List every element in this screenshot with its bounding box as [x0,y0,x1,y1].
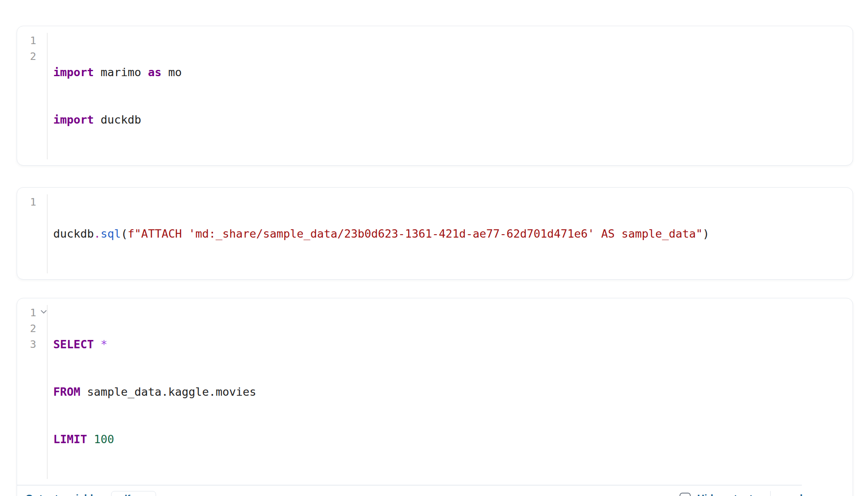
fold-chevron-icon[interactable] [41,310,47,314]
code-editor[interactable]: 1 2 import marimo as mo import duckdb [17,26,853,165]
cell-toolbar: Output variable: Hide output sql [17,486,853,496]
code-content[interactable]: import marimo as mo import duckdb [47,33,853,159]
line-number: 2 [30,322,36,335]
line-number: 1 [30,196,36,208]
line-number-gutter: 1 2 3 [17,305,47,479]
line-number: 2 [30,50,36,62]
line-number-gutter: 1 2 [17,33,47,159]
line-number: 1 [30,35,36,47]
code-line[interactable]: import marimo as mo [53,64,853,80]
toolbar-right-group: Hide output sql [680,491,803,496]
hide-output-label[interactable]: Hide output [697,493,753,496]
code-cell-attach: 1 duckdb.sql(f"ATTACH 'md:_share/sample_… [17,187,853,280]
hide-output-checkbox[interactable] [680,493,691,496]
language-badge-sql[interactable]: sql [788,493,803,496]
code-content[interactable]: duckdb.sql(f"ATTACH 'md:_share/sample_da… [47,194,853,273]
code-editor[interactable]: 1 2 3 SELECT * FROM sample_data.kaggle.m… [17,298,853,485]
line-number: 3 [30,338,36,350]
output-variable-input[interactable] [111,491,156,496]
code-cell-sql: 1 2 3 SELECT * FROM sample_data.kaggle.m… [17,298,853,496]
output-variable-label: Output variable: [25,493,102,496]
notebook-page: 1 2 import marimo as mo import duckdb 1 … [0,0,868,496]
code-cell-imports: 1 2 import marimo as mo import duckdb [17,26,853,166]
code-line[interactable]: SELECT * [53,337,853,352]
line-number: 1 [30,307,36,319]
line-number-gutter: 1 [17,194,47,273]
code-line[interactable]: duckdb.sql(f"ATTACH 'md:_share/sample_da… [53,226,853,242]
toolbar-divider [770,491,771,496]
code-editor[interactable]: 1 duckdb.sql(f"ATTACH 'md:_share/sample_… [17,188,853,279]
code-line[interactable]: import duckdb [53,112,853,128]
code-content[interactable]: SELECT * FROM sample_data.kaggle.movies … [47,305,853,479]
code-line[interactable]: LIMIT 100 [53,432,853,447]
code-line[interactable]: FROM sample_data.kaggle.movies [53,384,853,400]
